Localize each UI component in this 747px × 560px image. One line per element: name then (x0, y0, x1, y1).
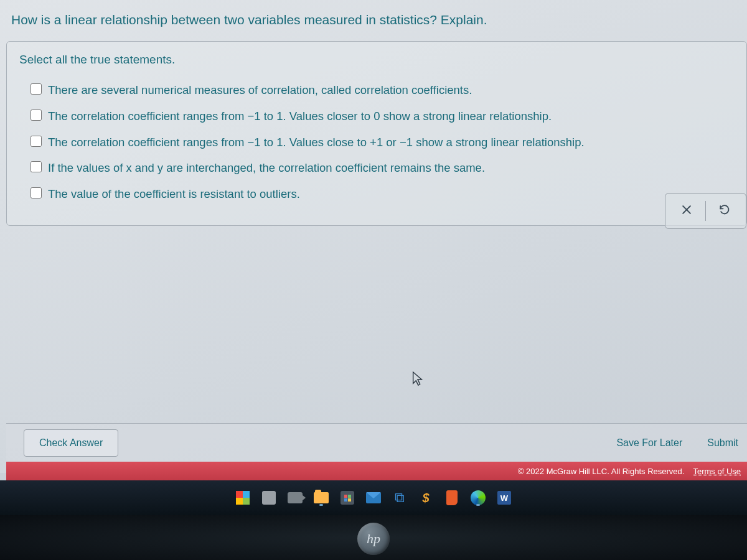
hp-logo-icon: hp (357, 523, 390, 555)
option-row: If the values of x and y are interchange… (31, 159, 734, 177)
option-checkbox-2[interactable] (31, 136, 42, 147)
word-app-icon[interactable]: W (495, 488, 514, 507)
clear-button[interactable] (669, 198, 704, 223)
undo-icon (718, 203, 731, 218)
option-row: The value of the coefficient is resistan… (31, 185, 734, 203)
cursor-icon (411, 371, 425, 390)
submit-button[interactable]: Submit (707, 437, 738, 449)
option-checkbox-4[interactable] (31, 187, 42, 198)
bottom-action-bar: Check Answer Save For Later Submit (6, 423, 747, 462)
save-for-later-link[interactable]: Save For Later (616, 437, 682, 449)
option-checkbox-0[interactable] (31, 83, 42, 95)
office-app-icon[interactable] (443, 488, 461, 507)
file-explorer-icon[interactable] (312, 488, 331, 507)
start-menu-icon[interactable] (233, 488, 252, 507)
option-row: The correlation coefficient ranges from … (31, 108, 734, 125)
option-row: The correlation coefficient ranges from … (31, 134, 734, 151)
check-answer-button[interactable]: Check Answer (24, 429, 118, 457)
option-label-4[interactable]: The value of the coefficient is resistan… (48, 185, 300, 203)
undo-button[interactable] (707, 198, 742, 223)
laptop-bezel: hp (0, 515, 747, 560)
instruction-text: Select all the true statements. (19, 53, 734, 67)
microsoft-store-icon[interactable] (338, 488, 357, 507)
option-checkbox-3[interactable] (31, 161, 42, 172)
finance-app-icon[interactable]: $ (416, 488, 435, 507)
terms-of-use-link[interactable]: Terms of Use (693, 467, 741, 476)
x-icon (680, 203, 693, 218)
camera-app-icon[interactable] (286, 488, 304, 507)
option-checkbox-1[interactable] (31, 110, 42, 121)
copyright-bar: © 2022 McGraw Hill LLC. All Rights Reser… (6, 462, 747, 480)
option-label-2[interactable]: The correlation coefficient ranges from … (48, 134, 585, 151)
windows-taskbar: ⧉ $ W (0, 480, 747, 515)
copyright-text: © 2022 McGraw Hill LLC. All Rights Reser… (518, 467, 685, 476)
option-label-1[interactable]: The correlation coefficient ranges from … (48, 108, 552, 125)
question-title: How is a linear relationship between two… (0, 0, 747, 35)
tool-buttons (665, 193, 746, 229)
answer-panel: Select all the true statements. There ar… (6, 41, 747, 226)
option-row: There are several numerical measures of … (31, 82, 734, 99)
option-label-3[interactable]: If the values of x and y are interchange… (48, 159, 485, 177)
edge-browser-icon[interactable] (469, 488, 487, 507)
option-label-0[interactable]: There are several numerical measures of … (48, 82, 472, 99)
mail-app-icon[interactable] (364, 488, 383, 507)
tool-divider (705, 201, 706, 221)
dropbox-icon[interactable]: ⧉ (390, 488, 409, 507)
options-list: There are several numerical measures of … (19, 82, 734, 203)
task-view-icon[interactable] (260, 488, 278, 507)
question-content: How is a linear relationship between two… (0, 0, 747, 473)
